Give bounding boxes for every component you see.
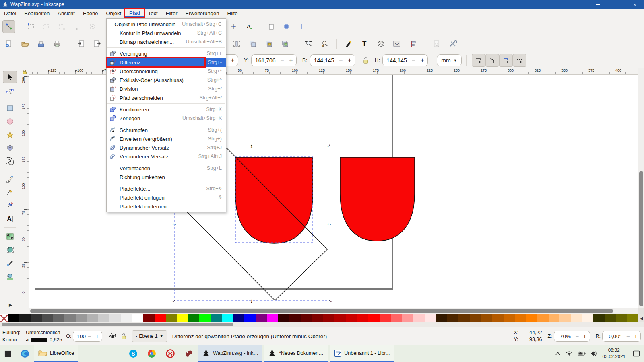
color-swatch[interactable] bbox=[211, 314, 222, 322]
menu-item-verbundener-versatz[interactable]: Verbundener VersatzStrg+Alt+J bbox=[107, 152, 226, 161]
opacity-plus-button[interactable]: + bbox=[93, 333, 101, 340]
taskbar-app-wapzinn[interactable]: WapZinn.svg - Inks... bbox=[198, 345, 262, 362]
color-swatch[interactable] bbox=[244, 314, 256, 322]
vertical-scrollbar-thumb[interactable] bbox=[639, 171, 643, 306]
color-swatch[interactable] bbox=[334, 314, 346, 322]
gradient-tool[interactable] bbox=[3, 230, 17, 243]
menu-item-überschneidung[interactable]: ÜberschneidungStrg+* bbox=[107, 67, 226, 76]
color-swatch[interactable] bbox=[492, 314, 504, 322]
menu-item-kombinieren[interactable]: KombinierenStrg+K bbox=[107, 105, 226, 114]
palette-scroll-arrow[interactable]: ◀ bbox=[638, 314, 644, 322]
export-button[interactable] bbox=[91, 37, 103, 50]
menu-item-schrumpfen[interactable]: SchrumpfenStrg+( bbox=[107, 125, 226, 134]
open-document-button[interactable] bbox=[19, 37, 31, 50]
unit-dropdown[interactable]: mm ▼ bbox=[437, 54, 461, 66]
zoom-to-drawing-button[interactable] bbox=[318, 37, 331, 50]
color-swatch[interactable] bbox=[8, 314, 19, 322]
color-swatch[interactable] bbox=[121, 314, 132, 322]
selection-scale-handle[interactable]: ↔ bbox=[326, 220, 332, 226]
screenshot-tool-icon[interactable] bbox=[161, 345, 180, 362]
menu-item-objekt-in-pfad-umwandeln[interactable]: Objekt in Pfad umwandelnUmschalt+Strg+C bbox=[107, 20, 226, 29]
color-swatch[interactable] bbox=[526, 314, 537, 322]
wifi-icon[interactable] bbox=[566, 351, 573, 356]
color-swatch[interactable] bbox=[199, 314, 211, 322]
color-swatch[interactable] bbox=[559, 314, 571, 322]
rotation-value[interactable]: 0,00° bbox=[606, 333, 624, 339]
color-swatch[interactable] bbox=[470, 314, 481, 322]
color-swatch[interactable] bbox=[402, 314, 413, 322]
color-swatch[interactable] bbox=[571, 314, 582, 322]
tray-chevron-icon[interactable] bbox=[555, 352, 561, 356]
snap-text-baseline-button[interactable]: A bbox=[243, 20, 256, 33]
3d-box-tool[interactable] bbox=[3, 142, 17, 154]
paint-program-icon[interactable] bbox=[180, 345, 198, 362]
star-tool[interactable] bbox=[3, 128, 17, 141]
taskbar-app-neues-dokument[interactable]: *Neues Dokument ... bbox=[264, 345, 328, 362]
menu-item-erweitern-vergrößern[interactable]: Erweitern (vergrößern)Strg+) bbox=[107, 134, 226, 143]
rotation-plus-button[interactable]: + bbox=[632, 333, 640, 340]
palette-scrollbar[interactable] bbox=[0, 322, 644, 327]
color-swatch[interactable] bbox=[188, 314, 200, 322]
y-value[interactable]: 161,706 bbox=[255, 57, 278, 64]
color-swatch[interactable] bbox=[132, 314, 143, 322]
zoom-field[interactable]: 70% − + bbox=[554, 331, 590, 342]
menubar-item-ansicht[interactable]: Ansicht bbox=[54, 10, 79, 17]
menu-item-vereinfachen[interactable]: VereinfachenStrg+L bbox=[107, 164, 226, 173]
color-swatch[interactable] bbox=[143, 314, 155, 322]
speaker-icon[interactable] bbox=[590, 351, 597, 356]
color-swatch[interactable] bbox=[222, 314, 233, 322]
color-swatch[interactable] bbox=[605, 314, 616, 322]
menubar-item-hilfe[interactable]: Hilfe bbox=[223, 10, 242, 17]
y-plus-button[interactable]: + bbox=[287, 57, 295, 64]
transform-corners-toggle[interactable] bbox=[485, 54, 499, 67]
palette-scrollbar-thumb[interactable] bbox=[2, 323, 233, 326]
ellipse-tool[interactable] bbox=[3, 115, 17, 128]
fill-stroke-dialog-button[interactable] bbox=[342, 37, 355, 50]
paint-bucket-tool[interactable] bbox=[3, 270, 17, 282]
snap-bbox-edge-button[interactable] bbox=[40, 20, 53, 33]
file-explorer-libreoffice-button[interactable]: LibreOffice bbox=[34, 345, 78, 362]
color-swatch[interactable] bbox=[233, 314, 244, 322]
selection-scale-handle[interactable]: ↕ bbox=[248, 143, 255, 149]
rotation-minus-button[interactable]: − bbox=[624, 333, 632, 340]
menu-item-bitmap-nachzeichnen[interactable]: Bitmap nachzeichnen...Umschalt+Alt+B bbox=[107, 37, 226, 46]
import-button[interactable] bbox=[74, 37, 87, 50]
current-layer-dropdown[interactable]: ▪ Ebene 1 ▼ bbox=[132, 330, 167, 342]
zoom-to-selection-button[interactable] bbox=[302, 37, 315, 50]
fill-stroke-indicator[interactable]: Füllung: Unterschiedlich Kontur: a 0,625 bbox=[2, 329, 62, 343]
width-plus-button[interactable]: + bbox=[345, 57, 354, 64]
menubar-item-ebene[interactable]: Ebene bbox=[79, 10, 102, 17]
snap-page-border-button[interactable] bbox=[265, 20, 278, 33]
color-swatch[interactable] bbox=[177, 314, 188, 322]
menu-item-pfad-zerschneiden[interactable]: Pfad zerschneidenStrg+Alt+/ bbox=[107, 93, 226, 102]
layer-visibility-icon[interactable] bbox=[109, 333, 117, 339]
zoom-plus-button[interactable]: + bbox=[581, 333, 589, 340]
menu-item-zerlegen[interactable]: ZerlegenUmschalt+Strg+K bbox=[107, 114, 226, 123]
minimize-button[interactable] bbox=[588, 0, 607, 9]
chrome-icon[interactable] bbox=[142, 345, 161, 362]
battery-icon[interactable] bbox=[578, 351, 586, 356]
snap-bbox-midpoint-button[interactable] bbox=[70, 20, 83, 33]
menu-item-kontur-in-pfad-umwandeln[interactable]: Kontur in Pfad umwandelnStrg+Alt+C bbox=[107, 29, 226, 37]
snap-enable-button[interactable] bbox=[2, 20, 15, 33]
color-swatch[interactable] bbox=[616, 314, 627, 322]
copy-button[interactable] bbox=[246, 37, 259, 50]
xml-editor-button[interactable]: <> bbox=[390, 37, 403, 50]
menu-item-richtung-umkehren[interactable]: Richtung umkehren bbox=[107, 173, 226, 181]
color-swatch[interactable] bbox=[627, 314, 638, 322]
pencil-tool[interactable] bbox=[3, 186, 17, 198]
rotation-field[interactable]: 0,00° − + bbox=[602, 331, 641, 342]
duplicate-button[interactable] bbox=[279, 37, 291, 50]
menubar-item-datei[interactable]: Datei bbox=[0, 10, 20, 17]
snap-bbox-button[interactable] bbox=[25, 20, 37, 33]
y-field[interactable]: 161,706 − + bbox=[251, 54, 297, 66]
color-swatch[interactable] bbox=[413, 314, 425, 322]
color-swatch[interactable] bbox=[368, 314, 380, 322]
width-field[interactable]: 144,145 − + bbox=[310, 54, 355, 66]
maximize-button[interactable] bbox=[607, 0, 625, 9]
menubar-item-objekt[interactable]: Objekt bbox=[102, 10, 125, 17]
selection-scale-handle[interactable]: ↕ bbox=[248, 298, 255, 304]
spiral-tool[interactable] bbox=[3, 155, 17, 167]
menu-item-pfadeffekt-einfügen[interactable]: Pfadeffekt einfügen& bbox=[107, 193, 226, 202]
preferences-button[interactable] bbox=[446, 37, 459, 50]
